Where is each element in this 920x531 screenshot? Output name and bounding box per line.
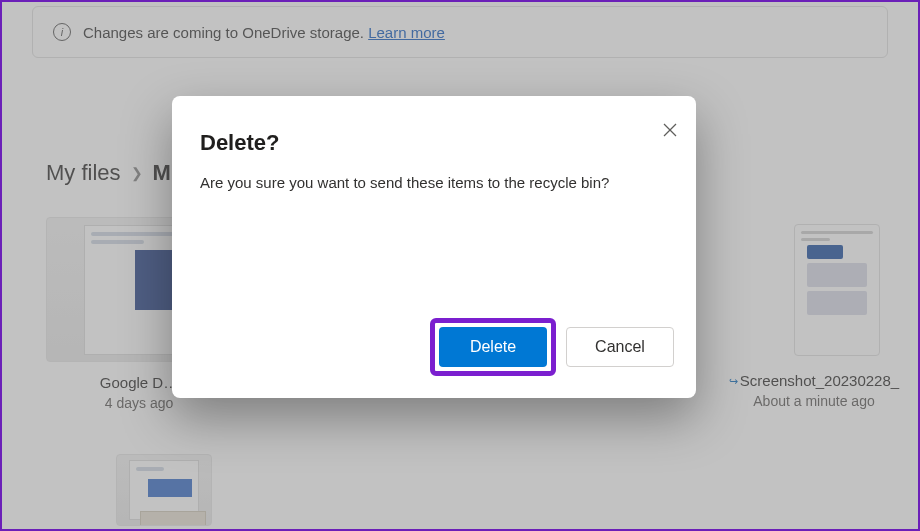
dialog-actions: Delete Cancel (430, 318, 674, 376)
x-icon (663, 123, 677, 137)
dialog-title: Delete? (200, 130, 668, 156)
delete-button-highlight: Delete (430, 318, 556, 376)
cancel-button[interactable]: Cancel (566, 327, 674, 367)
dialog-body: Are you sure you want to send these item… (200, 174, 668, 191)
delete-confirm-dialog: Delete? Are you sure you want to send th… (172, 96, 696, 398)
close-icon[interactable] (654, 114, 686, 146)
delete-button[interactable]: Delete (439, 327, 547, 367)
